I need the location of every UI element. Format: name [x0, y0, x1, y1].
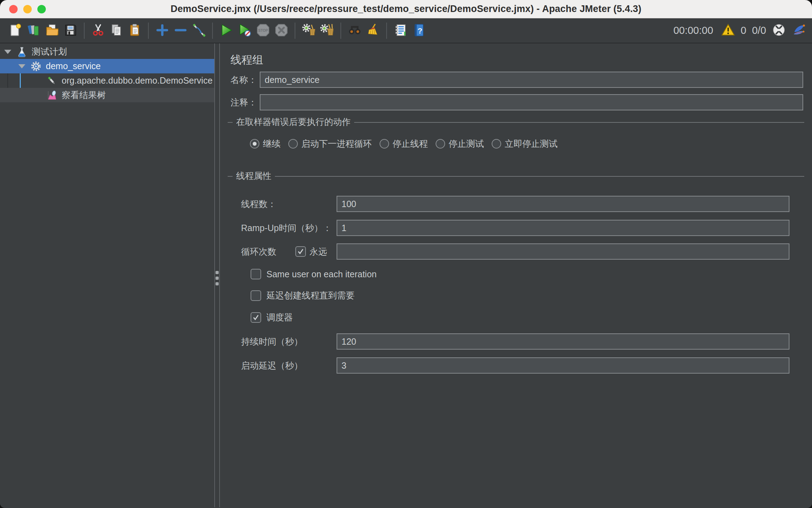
help-button[interactable]: ?	[410, 21, 428, 40]
same-user-checkbox[interactable]: Same user on each iteration	[251, 269, 377, 279]
new-file-button[interactable]	[6, 21, 25, 40]
toolbar-separator	[212, 23, 213, 39]
clear-all-icon	[320, 23, 334, 38]
svg-text:STOP: STOP	[258, 29, 268, 32]
tree-item-view-results-tree[interactable]: 察看结果树	[0, 88, 214, 102]
copy-icon	[109, 23, 124, 38]
toolbar-separator	[340, 23, 341, 39]
shutdown-button[interactable]	[272, 21, 290, 40]
expander-down-icon[interactable]	[18, 64, 25, 68]
rampup-input[interactable]	[337, 220, 789, 236]
search-reset-icon	[366, 23, 380, 38]
dubbo-sampler-icon	[46, 75, 58, 87]
radio-continue[interactable]: 继续	[250, 138, 281, 150]
tree-item-dubbo-sampler[interactable]: org.apache.dubbo.demo.DemoService	[0, 73, 214, 88]
scheduler-checkbox[interactable]: 调度器	[251, 312, 293, 323]
titlebar: DemoService.jmx (/Users/reece/pressure_t…	[0, 0, 812, 18]
minimize-window-button[interactable]	[23, 5, 32, 13]
radio-selected-icon	[250, 139, 259, 149]
radio-icon	[436, 139, 445, 149]
radio-icon	[492, 139, 501, 149]
panel-splitter[interactable]	[214, 43, 220, 507]
startup-delay-input[interactable]	[337, 357, 789, 374]
toolbar-status-area: 00:00:00 0 0/0	[673, 23, 806, 38]
test-plan-tree: 测试计划 demo_service org.apache.dubbo.demo.…	[0, 43, 214, 507]
function-helper-button[interactable]	[391, 21, 410, 40]
start-no-pauses-icon	[238, 23, 252, 38]
threads-input[interactable]	[337, 196, 789, 212]
paste-button[interactable]	[125, 21, 144, 40]
open-button[interactable]	[43, 21, 61, 40]
comment-input[interactable]	[260, 94, 803, 110]
toolbar-separator	[295, 23, 295, 39]
close-window-button[interactable]	[9, 5, 18, 13]
shutdown-icon	[274, 23, 289, 38]
name-input[interactable]	[260, 72, 803, 88]
checkbox-icon	[251, 290, 261, 301]
templates-icon	[27, 23, 41, 38]
duration-input[interactable]	[337, 333, 789, 350]
tree-item-label: demo_service	[46, 61, 101, 71]
loop-count-input[interactable]	[337, 243, 789, 260]
toolbar: STOP ? 00:00:00 0 0/0	[0, 18, 812, 43]
test-plan-icon	[16, 46, 28, 58]
loop-count-label: 循环次数	[241, 246, 276, 258]
function-helper-icon	[393, 23, 408, 38]
view-results-tree-icon	[46, 89, 58, 101]
clear-button[interactable]	[300, 21, 318, 40]
remove-element-button[interactable]	[171, 21, 190, 40]
radio-stop-thread[interactable]: 停止线程	[380, 138, 428, 150]
thread-group-panel: 线程组 名称： 注释： 在取样器错误后要执行的动作 继续 启动下一进程循环 停止…	[220, 43, 812, 507]
elapsed-timer: 00:00:00	[673, 25, 713, 36]
copy-button[interactable]	[107, 21, 125, 40]
name-label: 名称：	[230, 74, 260, 86]
radio-label: 继续	[263, 138, 281, 150]
thread-group-icon	[30, 60, 42, 72]
open-folder-icon	[45, 23, 60, 38]
radio-stop-test[interactable]: 停止测试	[436, 138, 484, 150]
tree-item-test-plan[interactable]: 测试计划	[0, 44, 214, 59]
paste-icon	[128, 23, 142, 38]
toolbar-separator	[84, 23, 85, 39]
duration-label: 持续时间（秒）	[241, 336, 337, 347]
cut-button[interactable]	[89, 21, 107, 40]
add-element-button[interactable]	[153, 21, 171, 40]
tree-item-label: 测试计划	[32, 46, 67, 58]
panel-title: 线程组	[230, 53, 263, 67]
toolbar-separator	[148, 23, 149, 39]
delay-thread-creation-label: 延迟创建线程直到需要	[266, 290, 355, 301]
toggle-element-button[interactable]	[190, 21, 208, 40]
tree-item-thread-group[interactable]: demo_service	[0, 59, 214, 73]
thread-properties-legend: 线程属性	[233, 170, 275, 182]
rampup-label: Ramp-Up时间（秒）：	[241, 222, 337, 234]
radio-label: 停止线程	[393, 138, 428, 150]
fullscreen-window-button[interactable]	[37, 5, 46, 13]
users-feather-icon	[792, 23, 806, 38]
window-title: DemoService.jmx (/Users/reece/pressure_t…	[171, 4, 641, 14]
stop-button[interactable]: STOP	[254, 21, 272, 40]
search-button[interactable]	[345, 21, 364, 40]
checkbox-checked-icon	[295, 246, 306, 257]
forever-checkbox[interactable]: 永远	[295, 246, 327, 258]
start-no-pauses-button[interactable]	[235, 21, 254, 40]
radio-stop-test-now[interactable]: 立即停止测试	[492, 138, 558, 150]
save-button[interactable]	[61, 21, 80, 40]
search-reset-button[interactable]	[364, 21, 382, 40]
error-action-options: 继续 启动下一进程循环 停止线程 停止测试 立即停止测试	[250, 138, 558, 150]
startup-delay-label: 启动延迟（秒）	[241, 360, 337, 371]
clear-all-button[interactable]	[318, 21, 336, 40]
traffic-lights	[9, 0, 46, 18]
radio-start-next-loop[interactable]: 启动下一进程循环	[288, 138, 372, 150]
svg-text:?: ?	[417, 26, 422, 35]
templates-button[interactable]	[25, 21, 43, 40]
splitter-grip-icon[interactable]	[216, 271, 219, 285]
delay-thread-creation-checkbox[interactable]: 延迟创建线程直到需要	[251, 290, 355, 301]
forever-label: 永远	[309, 246, 327, 258]
checkbox-checked-icon	[251, 312, 261, 323]
expander-down-icon[interactable]	[4, 50, 11, 54]
radio-label: 启动下一进程循环	[301, 138, 372, 150]
start-button[interactable]	[217, 21, 235, 40]
log-warning-icon[interactable]	[721, 23, 735, 38]
comment-label: 注释：	[230, 97, 260, 108]
error-count: 0	[741, 25, 746, 36]
